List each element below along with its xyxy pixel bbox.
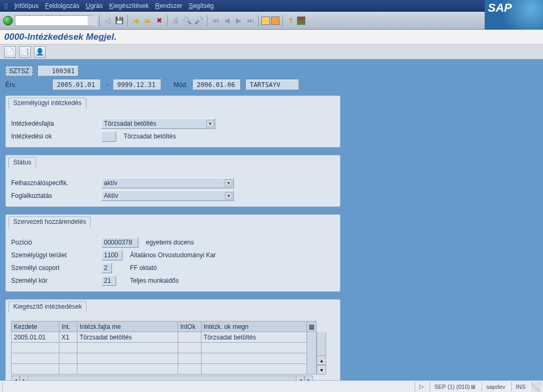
find-icon[interactable]: 🔍	[182, 15, 192, 26]
col-intok[interactable]: IntOk	[178, 321, 202, 332]
dropdown-icon[interactable]: ▾	[225, 179, 232, 187]
group-additional-title: Kiegészítő intézkedések	[8, 301, 86, 312]
userspec-value[interactable]: aktív ▾	[101, 178, 234, 188]
print-icon[interactable]: 🖨	[170, 15, 181, 26]
scroll-up-icon[interactable]: ▴	[317, 355, 326, 365]
status-expand-icon[interactable]: ▷	[415, 382, 428, 391]
scroll-right-icon[interactable]: ◂	[296, 376, 304, 380]
overview-right-icon[interactable]: 📑	[19, 46, 31, 58]
nav-back-icon[interactable]: ◀	[130, 15, 141, 26]
col-kezdete[interactable]: Kezdete	[12, 321, 59, 332]
area-code[interactable]: 1100	[101, 250, 122, 260]
table-vscroll[interactable]: ▴ ▾	[317, 321, 326, 374]
status-server: sapdev	[481, 382, 510, 391]
menu-rendszer[interactable]: Rendszer	[155, 2, 182, 10]
menu-segitseg[interactable]: Segítség	[189, 2, 214, 10]
layout-menu-icon[interactable]	[297, 16, 305, 25]
sap-logo: SAP	[485, 0, 543, 30]
group-text: FF oktató	[130, 264, 157, 272]
command-field[interactable]	[15, 15, 97, 26]
standard-toolbar: ◁ 💾 ◀ ⏏ ✖ 🖨 🔍 🔎 ⏮ ◀ ▶ ⏭ ? SAP	[0, 12, 543, 30]
menu-kiegeszitesek[interactable]: Kiegészítések	[109, 2, 149, 10]
action-reason-text: Törzsadat betöltés	[124, 133, 176, 140]
scroll-end-icon[interactable]: ▸	[304, 376, 313, 380]
action-type-value[interactable]: Törzsadat betöltés ▾	[101, 118, 215, 129]
menu-bar: ▯ IInfótípusnfótípus Feldolgozás Ugrás K…	[0, 0, 543, 12]
userspec-label: Felhasználóspecifik.	[11, 179, 101, 187]
first-page-icon[interactable]: ⏮	[210, 15, 221, 26]
application-toolbar: 📄 📑 👤	[0, 45, 543, 59]
group-label: Személyi csoport	[11, 264, 101, 272]
find-next-icon[interactable]: 🔎	[194, 15, 204, 26]
person-icon[interactable]: 👤	[34, 46, 46, 58]
nav-exit-icon[interactable]: ⏏	[142, 15, 153, 26]
col-fajta[interactable]: Intézk.fajta me	[77, 321, 178, 332]
table-row[interactable]	[12, 353, 317, 364]
mod-user: TARTSAYV	[246, 80, 299, 90]
group-org-title: Szervezeti hozzárendelés	[8, 216, 91, 228]
subgroup-text: Teljes munkaidős	[130, 277, 179, 284]
table-row[interactable]: 2005.01.01 X1 Törzsadat betöltés Törzsad…	[12, 332, 317, 343]
action-reason-code[interactable]	[101, 131, 116, 142]
prev-page-icon[interactable]: ◀	[222, 15, 232, 26]
page-title-bar: 0000-Intézkedések Megjel.	[0, 30, 543, 45]
menu-feldolgozas[interactable]: Feldolgozás	[45, 2, 80, 10]
group-additional: Kiegészítő intézkedések Kezdete Int. Int…	[5, 299, 340, 380]
action-reason-label: Intézkedési ok	[11, 133, 101, 140]
last-page-icon[interactable]: ⏭	[245, 15, 256, 26]
col-int[interactable]: Int.	[59, 321, 77, 332]
erv-to: 9999.12.31	[113, 80, 161, 90]
area-text: Általános Orvostudományi Kar	[130, 251, 216, 259]
group-action: Személyügyi intézkedés Intézkedésfajta T…	[5, 95, 340, 147]
col-okmegn[interactable]: Intézk. ok megn	[202, 321, 307, 332]
content-area: SZTSZ 100381 Érv. 2005.01.01 - 9999.12.3…	[0, 59, 543, 380]
dropdown-icon[interactable]: ▾	[206, 120, 214, 127]
server-icon: 🖥	[470, 384, 476, 390]
table-config-icon[interactable]: ▦	[307, 321, 317, 332]
new-session-icon[interactable]	[261, 16, 270, 25]
page-title: 0000-Intézkedések Megjel.	[4, 32, 117, 42]
table-hscroll[interactable]: ◂ ▸ ◂ ▸	[11, 376, 335, 380]
status-session: SEP (1) (010)	[434, 384, 470, 390]
status-bar: ▷ SEP (1) (010) 🖥 sapdev INS	[0, 380, 543, 392]
mod-label: Mód.	[167, 81, 188, 89]
scroll-down-icon[interactable]: ▾	[317, 365, 326, 374]
erv-label: Érv.	[5, 81, 48, 89]
position-code[interactable]: 00000378	[101, 237, 138, 248]
status-mode: INS	[511, 382, 530, 391]
action-type-label: Intézkedésfajta	[11, 120, 101, 127]
scroll-begin-icon[interactable]: ◂	[11, 376, 20, 380]
group-org: Szervezeti hozzárendelés Pozíció 0000037…	[5, 214, 340, 292]
next-page-icon[interactable]: ▶	[233, 15, 244, 26]
help-icon[interactable]: ?	[285, 15, 296, 26]
menu-ugras[interactable]: Ugrás	[86, 2, 103, 10]
nav-cancel-icon[interactable]: ✖	[154, 15, 164, 26]
employment-label: Foglalkoztatás	[11, 192, 101, 199]
group-action-title: Személyügyi intézkedés	[8, 98, 86, 109]
area-label: Személyügyi terület	[11, 251, 101, 259]
scroll-left-icon[interactable]: ▸	[20, 376, 28, 380]
resize-grip-icon[interactable]	[531, 382, 541, 391]
menu-infotipus[interactable]: IInfótípusnfótípus	[14, 2, 39, 10]
dropdown-icon[interactable]: ▾	[225, 192, 232, 199]
shortcut-icon[interactable]	[271, 16, 279, 25]
group-status-title: Státus	[8, 157, 36, 168]
table-row[interactable]	[12, 343, 317, 353]
sztsz-label: SZTSZ	[5, 66, 33, 76]
subgroup-code[interactable]: 21	[101, 275, 116, 286]
sztsz-value: 100381	[38, 66, 78, 76]
subgroup-label: Személyi kör	[11, 277, 101, 284]
back-icon[interactable]: ◁	[102, 15, 113, 26]
session-indicator-icon: ▯	[4, 2, 8, 10]
group-status: Státus Felhasználóspecifik. aktív ▾ Fogl…	[5, 155, 340, 207]
save-icon[interactable]: 💾	[114, 15, 125, 26]
position-label: Pozíció	[11, 239, 101, 246]
enter-button[interactable]	[3, 16, 13, 25]
additional-table[interactable]: Kezdete Int. Intézk.fajta me IntOk Intéz…	[11, 321, 317, 374]
overview-left-icon[interactable]: 📄	[4, 46, 16, 58]
table-row[interactable]	[12, 364, 317, 374]
mod-date: 2006.01.06	[193, 80, 241, 90]
employment-value[interactable]: Aktív ▾	[101, 190, 234, 201]
group-code[interactable]: 2	[101, 263, 112, 273]
erv-sep: -	[106, 81, 108, 89]
